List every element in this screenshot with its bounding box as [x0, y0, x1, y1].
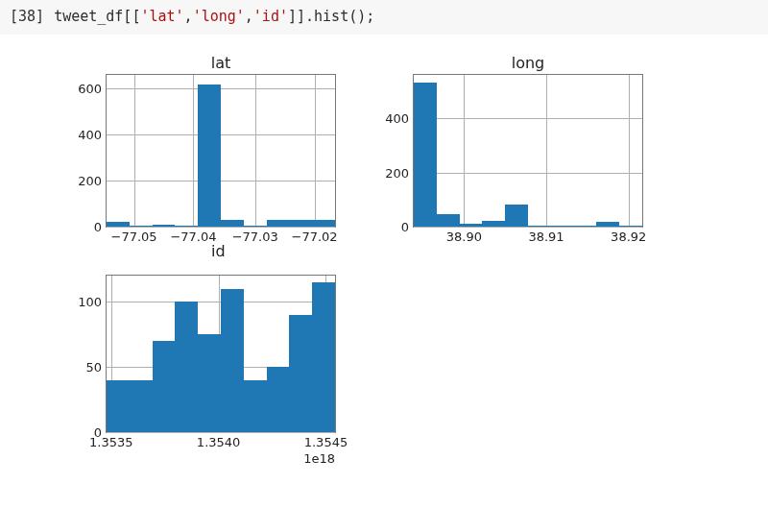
code-token: , [245, 8, 253, 25]
x-tick-label: −77.02 [292, 227, 338, 244]
histogram-bar [244, 380, 267, 432]
histogram-bar [596, 222, 619, 227]
gridline [193, 75, 194, 227]
y-tick-label: 200 [385, 165, 414, 180]
histogram-bar [619, 226, 642, 227]
histogram-bar [153, 225, 176, 227]
histogram-bar [267, 367, 290, 432]
histogram-bar [221, 220, 244, 227]
gridline [255, 75, 256, 227]
code-token: ]].hist(); [288, 8, 374, 25]
x-tick-label: 38.91 [528, 227, 564, 244]
gridline [107, 134, 335, 135]
y-tick-label: 0 [94, 220, 107, 234]
y-tick-label: 0 [401, 220, 414, 234]
axes-lat: 0200400600−77.05−77.04−77.03−77.02 [106, 74, 336, 228]
histogram-bar [267, 220, 290, 227]
code-string: 'lat' [140, 8, 183, 25]
cell-prompt: [38] [10, 8, 44, 25]
histogram-bar [437, 214, 460, 227]
y-tick-label: 100 [78, 295, 107, 309]
histogram-bar [289, 315, 312, 432]
x-tick-label: 38.90 [446, 227, 482, 244]
histogram-bar [198, 334, 221, 432]
y-tick-label: 400 [385, 111, 414, 126]
gridline [414, 173, 642, 174]
histogram-bar [107, 380, 130, 432]
histogram-bar [198, 85, 221, 227]
subplot-title-id: id [211, 242, 226, 260]
subplot-lat: lat 0200400600−77.05−77.04−77.03−77.02 [106, 54, 336, 228]
x-tick-label: 1.3535 [89, 432, 133, 449]
histogram-grid: lat 0200400600−77.05−77.04−77.03−77.02 l… [58, 54, 653, 505]
histogram-bar [460, 224, 483, 227]
axis-offset-text: 1e18 [303, 432, 335, 466]
histogram-bar [414, 83, 437, 227]
gridline [464, 75, 465, 227]
histogram-bar [312, 220, 335, 227]
x-tick-label: 38.92 [611, 227, 646, 244]
x-tick-label: −77.03 [232, 227, 278, 244]
histogram-bar [289, 220, 312, 227]
histogram-bar [312, 282, 335, 432]
code-line: tweet_df[['lat','long','id']].hist(); [54, 8, 374, 25]
y-tick-label: 200 [78, 174, 107, 188]
code-string: 'long' [193, 8, 245, 25]
x-tick-label: −77.05 [110, 227, 156, 244]
y-tick-label: 400 [78, 128, 107, 142]
subplot-title: long [413, 54, 643, 72]
histogram-bar [528, 226, 551, 227]
subplot-long: long 020040038.9038.9138.92 [413, 54, 643, 228]
histogram-bar [130, 226, 153, 227]
code-cell: [38] tweet_df[['lat','long','id']].hist(… [0, 0, 768, 35]
histogram-bar [221, 289, 244, 432]
x-tick-label: 1.3540 [197, 432, 241, 449]
cell-output: lat 0200400600−77.05−77.04−77.03−77.02 l… [0, 35, 768, 505]
histogram-bar [574, 226, 597, 227]
histogram-bar [505, 205, 528, 227]
code-string: 'id' [253, 8, 288, 25]
code-token: tweet_df[[ [54, 8, 140, 25]
histogram-bar [153, 341, 176, 432]
gridline [629, 75, 630, 227]
histogram-bar [244, 226, 267, 227]
subplot-title: lat [106, 54, 336, 72]
gridline [546, 75, 547, 227]
code-token: , [184, 8, 193, 25]
histogram-bar [551, 226, 574, 227]
subplot-id: 0501001.35351.35401.35451e18 [106, 275, 336, 433]
gridline [134, 75, 135, 227]
axes-id: 0501001.35351.35401.35451e18 [106, 275, 336, 433]
x-tick-label: −77.04 [170, 227, 216, 244]
histogram-bar [482, 221, 505, 227]
histogram-bar [175, 226, 198, 227]
histogram-bar [107, 222, 130, 227]
gridline [414, 118, 642, 119]
y-tick-label: 50 [85, 360, 107, 375]
y-tick-label: 600 [78, 82, 107, 96]
gridline [107, 181, 335, 181]
histogram-bar [175, 302, 198, 432]
histogram-bar [130, 380, 153, 432]
gridline [315, 75, 316, 227]
gridline [107, 88, 335, 89]
axes-long: 020040038.9038.9138.92 [413, 74, 643, 228]
